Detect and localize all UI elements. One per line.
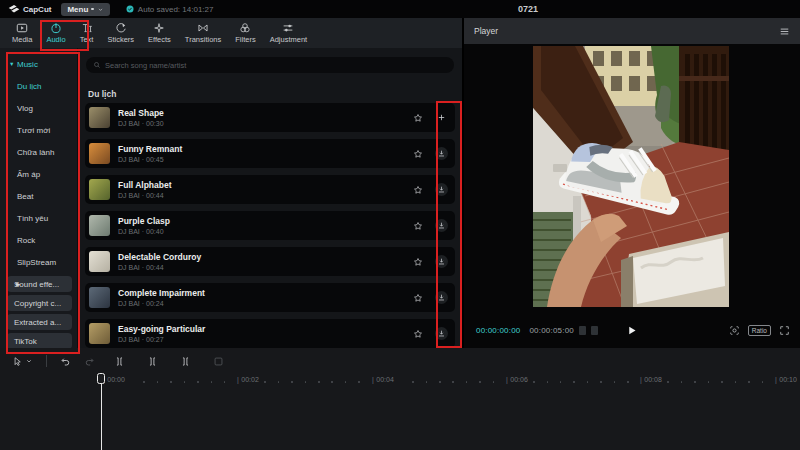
download-icon[interactable] [435, 255, 448, 268]
delete-right-button[interactable] [180, 356, 191, 367]
fullscreen-icon[interactable] [779, 325, 790, 336]
sidebar-item-slipstream[interactable]: SlipStream [0, 251, 77, 273]
ruler-minor-tick [197, 381, 199, 383]
delete-left-button[interactable] [147, 356, 158, 367]
favorite-star-icon[interactable] [413, 293, 423, 303]
tab-stickers[interactable]: Stickers [100, 22, 141, 45]
download-icon[interactable] [435, 147, 448, 160]
song-title: Full Alphabet [118, 180, 413, 190]
sidebar-item-ch-a-l-nh[interactable]: Chữa lành [0, 141, 77, 163]
preview-focus-icon[interactable] [729, 325, 740, 336]
sidebar-item-t-i-m-i[interactable]: Tươi mới [0, 119, 77, 141]
ruler-minor-tick [694, 381, 696, 383]
song-row[interactable]: Complete ImpairmentDJ BAI · 00:24 [85, 283, 455, 312]
play-button[interactable] [627, 325, 638, 336]
tab-filters[interactable]: Filters [228, 22, 262, 45]
download-icon[interactable] [435, 183, 448, 196]
delete-button[interactable] [213, 356, 224, 367]
ruler-minor-tick [708, 381, 710, 383]
song-row[interactable]: Delectable CorduroyDJ BAI · 00:44 [85, 247, 455, 276]
tab-bar: MediaAudioTextStickersEffectsTransitions… [0, 18, 462, 48]
ruler-minor-tick [466, 381, 468, 383]
sidebar-item-music[interactable]: ▼Music [0, 53, 77, 75]
song-title: Real Shape [118, 108, 413, 118]
ruler-minor-tick [318, 381, 320, 383]
favorite-star-icon[interactable] [413, 329, 423, 339]
song-row[interactable]: Easy-going ParticularDJ BAI · 00:27 [85, 319, 455, 348]
tab-adjustment[interactable]: Adjustment [263, 22, 315, 45]
favorite-star-icon[interactable] [413, 221, 423, 231]
sidebar-item-beat[interactable]: Beat [0, 185, 77, 207]
timeline-ruler[interactable]: |00:00|00:02|00:04|00:06|00:08|00:10 [0, 374, 800, 388]
tab-effects[interactable]: Effects [141, 22, 178, 45]
player-controls: 00:00:00:00 00:00:05:00 Ratio [464, 318, 800, 342]
sidebar-item-sound-effe[interactable]: ▶Sound effe... [7, 276, 72, 292]
player-panel: Player [462, 18, 800, 348]
sidebar-item-t-nh-y-u[interactable]: Tình yêu [0, 207, 77, 229]
ruler-minor-tick [452, 381, 454, 383]
playhead[interactable] [97, 373, 105, 384]
split-left-icon [147, 356, 158, 367]
tab-audio[interactable]: Audio [39, 22, 72, 45]
song-info: Complete ImpairmentDJ BAI · 00:24 [118, 288, 413, 308]
search-input[interactable] [105, 61, 447, 70]
search-bar[interactable] [86, 57, 454, 73]
timeline: |00:00|00:02|00:04|00:06|00:08|00:10 [0, 348, 800, 450]
song-row[interactable]: Full AlphabetDJ BAI · 00:44 [85, 175, 455, 204]
song-meta: DJ BAI · 00:30 [118, 119, 413, 128]
redo-button[interactable] [84, 356, 95, 367]
song-row[interactable]: Funny RemnantDJ BAI · 00:45 [85, 139, 455, 168]
redo-icon [84, 356, 95, 367]
sidebar-item-label: SlipStream [17, 258, 56, 267]
capcut-logo-icon [8, 4, 20, 14]
player-menu-button[interactable] [779, 26, 790, 37]
chevron-right-icon: ▶ [16, 281, 20, 287]
sidebar-item-copyright-c[interactable]: Copyright c... [7, 295, 72, 311]
song-title: Purple Clasp [118, 216, 413, 226]
project-title: 0721 [518, 4, 538, 14]
split-button[interactable] [114, 356, 125, 367]
ruler-tick: |00:00 [103, 376, 125, 383]
ruler-minor-tick [157, 381, 159, 383]
download-icon[interactable] [435, 327, 448, 340]
toolbar-divider [46, 355, 47, 367]
ratio-button[interactable]: Ratio [748, 325, 771, 336]
favorite-star-icon[interactable] [413, 149, 423, 159]
song-row[interactable]: Real ShapeDJ BAI · 00:30 [85, 103, 455, 132]
sidebar-item-tiktok[interactable]: TikTok [7, 333, 72, 349]
tab-media[interactable]: Media [5, 22, 39, 45]
select-tool-button[interactable] [12, 356, 33, 367]
section-title: Du lịch [88, 89, 116, 99]
ruler-minor-tick [573, 381, 575, 383]
frame-button-2[interactable] [591, 326, 598, 335]
frame-button-1[interactable] [579, 326, 586, 335]
tab-text[interactable]: Text [73, 22, 101, 45]
download-icon[interactable] [435, 291, 448, 304]
ruler-tick: |00:10 [775, 376, 797, 383]
tab-transitions[interactable]: Transitions [178, 22, 228, 45]
search-icon [93, 61, 101, 69]
favorite-star-icon[interactable] [413, 257, 423, 267]
song-title: Easy-going Particular [118, 324, 413, 334]
tab-label: Text [80, 35, 94, 44]
download-icon[interactable] [435, 219, 448, 232]
sidebar-item-rock[interactable]: Rock [0, 229, 77, 251]
song-info: Funny RemnantDJ BAI · 00:45 [118, 144, 413, 164]
song-title: Complete Impairment [118, 288, 413, 298]
add-to-timeline-icon[interactable] [435, 111, 448, 124]
ruler-minor-tick [412, 381, 414, 383]
favorite-star-icon[interactable] [413, 113, 423, 123]
sidebar-item-du-l-ch[interactable]: Du lịch [0, 75, 77, 97]
song-title: Funny Remnant [118, 144, 413, 154]
sidebar-item-extracted-a[interactable]: Extracted a... [7, 314, 72, 330]
favorite-star-icon[interactable] [413, 185, 423, 195]
menu-button[interactable]: Menu [61, 3, 109, 16]
undo-button[interactable] [60, 356, 71, 367]
song-row[interactable]: Purple ClaspDJ BAI · 00:40 [85, 211, 455, 240]
sidebar-item-vlog[interactable]: Vlog [0, 97, 77, 119]
song-thumbnail [89, 179, 110, 200]
song-thumbnail [89, 251, 110, 272]
ruler-minor-tick [748, 381, 750, 383]
sidebar-item-label: Vlog [17, 104, 33, 113]
sidebar-item--m-p[interactable]: Ấm áp [0, 163, 77, 185]
